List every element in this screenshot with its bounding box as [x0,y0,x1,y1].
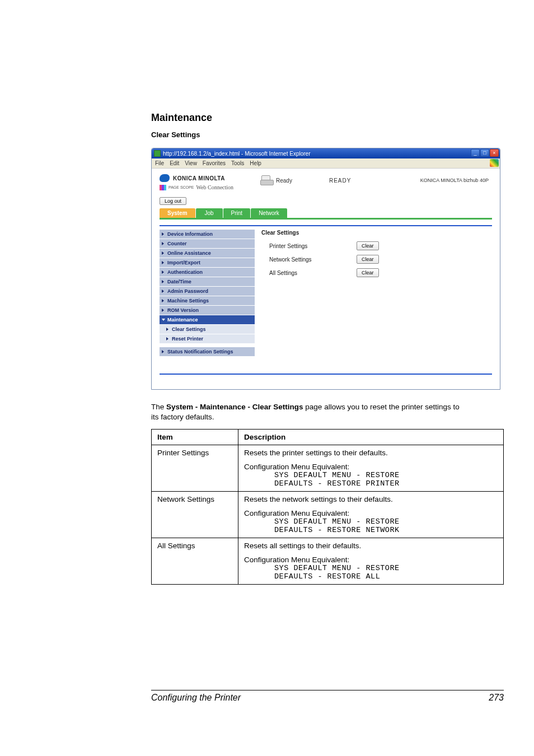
tab-bar: System Job Print Network [152,208,500,218]
cfg-mono-line: DEFAULTS - RESTORE PRINTER [244,479,498,488]
pane-label: All Settings [261,270,357,276]
tab-network[interactable]: Network [251,208,287,218]
window-titlebar: http://192.168.1.2/a_index.html - Micros… [152,148,500,158]
pane-row-all-settings: All Settings Clear [261,268,492,277]
heading-clear-settings: Clear Settings [151,130,461,139]
table-row: All Settings Resets all settings to thei… [152,538,504,585]
pane-label: Printer Settings [261,243,357,249]
page-footer: Configuring the Printer 273 [151,690,504,703]
clear-all-settings-button[interactable]: Clear [357,268,379,277]
desc-text: Resets all settings to their defaults. [244,542,498,550]
cfg-mono-line: SYS DEFAULT MENU - RESTORE [244,564,498,572]
pane-label: Network Settings [261,256,357,263]
sidebar-item-rom-version[interactable]: ROM Version [160,306,255,315]
table-row: Network Settings Resets the network sett… [152,492,504,538]
sidebar-item-status-notification[interactable]: Status Notification Settings [160,347,255,357]
tab-system[interactable]: System [160,208,195,218]
table-row: Printer Settings Resets the printer sett… [152,445,504,492]
menu-tools[interactable]: Tools [231,160,244,166]
menu-file[interactable]: File [155,160,164,166]
cfg-mono-line: DEFAULTS - RESTORE NETWORK [244,526,498,534]
tab-underline [160,218,492,220]
sidebar-item-device-information[interactable]: Device Information [160,230,255,239]
intro-paragraph: The System - Maintenance - Clear Setting… [151,402,461,422]
divider [160,374,492,375]
menu-favorites[interactable]: Favorites [203,160,226,166]
heading-maintenance: Maintenance [151,112,461,124]
webconnection-label: Web Connection [196,184,233,190]
logout-button[interactable]: Log out [160,197,186,205]
para-bold: System - Maintenance - Clear Settings [166,403,303,411]
device-model: KONICA MINOLTA bizhub 40P [420,174,492,183]
tab-print[interactable]: Print [223,208,251,218]
sidebar-item-machine-settings[interactable]: Machine Settings [160,296,255,306]
sidebar-item-authentication[interactable]: Authentication [160,268,255,277]
para-pre: The [151,403,166,411]
th-description: Description [238,430,504,445]
windows-flag-icon [490,159,499,167]
td-desc: Resets the network settings to their def… [238,492,504,538]
ie-icon [154,150,161,157]
td-desc: Resets all settings to their defaults. C… [238,538,504,585]
window-title: http://192.168.1.2/a_index.html - Micros… [163,151,310,157]
sidebar-subitem-clear-settings[interactable]: Clear Settings [160,325,255,334]
description-table: Item Description Printer Settings Resets… [151,429,504,585]
desc-text: Resets the network settings to their def… [244,495,498,503]
window-maximize-button[interactable]: □ [480,149,489,157]
printer-status-big: READY [329,178,351,184]
divider [160,225,492,226]
clear-printer-settings-button[interactable]: Clear [357,241,379,250]
tab-job[interactable]: Job [196,208,223,218]
menu-edit[interactable]: Edit [170,160,179,166]
content-pane: Clear Settings Printer Settings Clear Ne… [261,230,492,357]
cfg-mono-line: SYS DEFAULT MENU - RESTORE [244,471,498,479]
sidebar-item-online-assistance[interactable]: Online Assistance [160,249,255,258]
cfg-mono-line: SYS DEFAULT MENU - RESTORE [244,517,498,526]
sidebar-item-counter[interactable]: Counter [160,239,255,249]
pane-row-printer-settings: Printer Settings Clear [261,241,492,250]
cfg-equiv-label: Configuration Menu Equivalent: [244,556,498,564]
window-close-button[interactable]: × [490,149,499,157]
sidebar-item-maintenance[interactable]: Maintenance [160,315,255,325]
footer-title: Configuring the Printer [151,693,241,703]
brand-name: KONICA MINOLTA [173,175,225,181]
td-item: Printer Settings [152,445,238,492]
pane-row-network-settings: Network Settings Clear [261,255,492,264]
menu-help[interactable]: Help [250,160,261,166]
printer-status-word: Ready [276,178,292,184]
cfg-mono-line: DEFAULTS - RESTORE ALL [244,572,498,581]
sidebar-item-import-export[interactable]: Import/Export [160,258,255,268]
pane-title: Clear Settings [261,230,492,236]
window-minimize-button[interactable]: _ [471,149,480,157]
cfg-equiv-label: Configuration Menu Equivalent: [244,463,498,471]
pagescope-icon [160,185,166,190]
td-item: All Settings [152,538,238,585]
side-menu: Device Information Counter Online Assist… [160,230,255,357]
footer-page-number: 273 [489,693,504,703]
sidebar-item-admin-password[interactable]: Admin Password [160,287,255,296]
webconn-header: KONICA MINOLTA PAGE SCOPE Web Connection… [152,169,500,194]
printer-status-icon [260,175,273,185]
clear-network-settings-button[interactable]: Clear [357,255,379,264]
cfg-equiv-label: Configuration Menu Equivalent: [244,509,498,517]
browser-menubar: File Edit View Favorites Tools Help [152,158,500,169]
sidebar-subitem-reset-printer[interactable]: Reset Printer [160,334,255,344]
konica-logo-icon [160,174,170,182]
pagescope-small: PAGE SCOPE [168,185,194,189]
sidebar-item-date-time[interactable]: Date/Time [160,277,255,287]
th-item: Item [152,430,238,445]
td-item: Network Settings [152,492,238,538]
desc-text: Resets the printer settings to their def… [244,449,498,457]
browser-window: http://192.168.1.2/a_index.html - Micros… [151,148,500,390]
td-desc: Resets the printer settings to their def… [238,445,504,492]
menu-view[interactable]: View [185,160,197,166]
